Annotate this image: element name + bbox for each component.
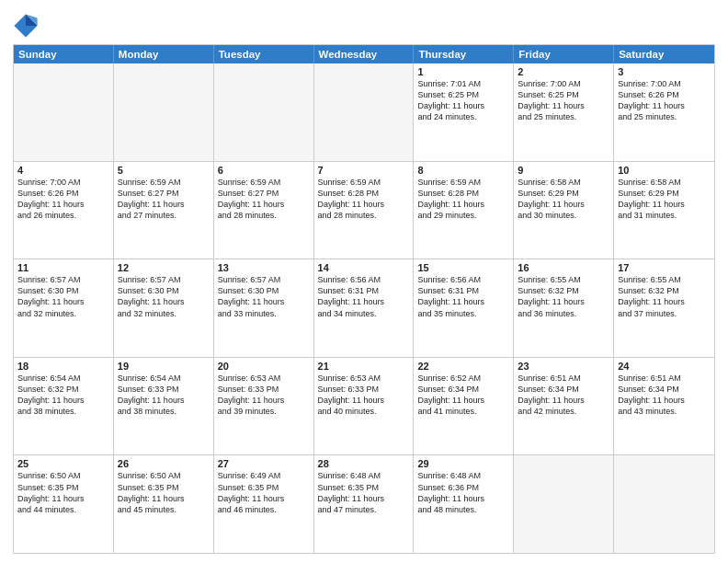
cell-info: Sunrise: 6:48 AM Sunset: 6:35 PM Dayligh… bbox=[318, 470, 410, 515]
cell-info: Sunrise: 6:58 AM Sunset: 6:29 PM Dayligh… bbox=[618, 177, 711, 222]
day-cell-15: 15Sunrise: 6:56 AM Sunset: 6:31 PM Dayli… bbox=[414, 259, 514, 357]
day-cell-8: 8Sunrise: 6:59 AM Sunset: 6:28 PM Daylig… bbox=[414, 162, 514, 259]
day-cell-16: 16Sunrise: 6:55 AM Sunset: 6:32 PM Dayli… bbox=[514, 259, 614, 357]
day-cell-27: 27Sunrise: 6:49 AM Sunset: 6:35 PM Dayli… bbox=[214, 455, 314, 553]
cell-info: Sunrise: 6:57 AM Sunset: 6:30 PM Dayligh… bbox=[17, 274, 109, 319]
cell-info: Sunrise: 6:53 AM Sunset: 6:33 PM Dayligh… bbox=[318, 373, 410, 418]
calendar-row-4: 25Sunrise: 6:50 AM Sunset: 6:35 PM Dayli… bbox=[14, 454, 714, 553]
day-cell-19: 19Sunrise: 6:54 AM Sunset: 6:33 PM Dayli… bbox=[114, 358, 214, 455]
day-number: 24 bbox=[618, 361, 711, 372]
cell-info: Sunrise: 6:49 AM Sunset: 6:35 PM Dayligh… bbox=[218, 470, 310, 515]
day-cell-25: 25Sunrise: 6:50 AM Sunset: 6:35 PM Dayli… bbox=[14, 455, 114, 553]
day-number: 25 bbox=[17, 458, 109, 469]
day-cell-12: 12Sunrise: 6:57 AM Sunset: 6:30 PM Dayli… bbox=[114, 259, 214, 357]
calendar-body: 1Sunrise: 7:01 AM Sunset: 6:25 PM Daylig… bbox=[14, 63, 714, 553]
empty-cell bbox=[14, 63, 114, 161]
cell-info: Sunrise: 6:56 AM Sunset: 6:31 PM Dayligh… bbox=[318, 274, 410, 319]
day-number: 11 bbox=[17, 262, 109, 273]
header-day-sunday: Sunday bbox=[14, 45, 114, 63]
empty-cell bbox=[614, 455, 714, 553]
cell-info: Sunrise: 6:59 AM Sunset: 6:27 PM Dayligh… bbox=[218, 177, 310, 222]
empty-cell bbox=[514, 455, 614, 553]
day-number: 27 bbox=[218, 458, 310, 469]
header-day-monday: Monday bbox=[114, 45, 214, 63]
day-number: 6 bbox=[218, 165, 310, 176]
day-number: 15 bbox=[417, 262, 509, 273]
header bbox=[13, 9, 715, 39]
cell-info: Sunrise: 6:55 AM Sunset: 6:32 PM Dayligh… bbox=[618, 274, 711, 319]
day-cell-9: 9Sunrise: 6:58 AM Sunset: 6:29 PM Daylig… bbox=[514, 162, 614, 259]
cell-info: Sunrise: 7:00 AM Sunset: 6:26 PM Dayligh… bbox=[17, 177, 109, 222]
cell-info: Sunrise: 6:53 AM Sunset: 6:33 PM Dayligh… bbox=[218, 373, 310, 418]
cell-info: Sunrise: 6:58 AM Sunset: 6:29 PM Dayligh… bbox=[518, 177, 609, 222]
empty-cell bbox=[214, 63, 314, 161]
cell-info: Sunrise: 6:59 AM Sunset: 6:27 PM Dayligh… bbox=[118, 177, 210, 222]
day-cell-20: 20Sunrise: 6:53 AM Sunset: 6:33 PM Dayli… bbox=[214, 358, 314, 455]
calendar-row-1: 4Sunrise: 7:00 AM Sunset: 6:26 PM Daylig… bbox=[14, 161, 714, 259]
empty-cell bbox=[114, 63, 214, 161]
day-cell-7: 7Sunrise: 6:59 AM Sunset: 6:28 PM Daylig… bbox=[314, 162, 415, 259]
cell-info: Sunrise: 6:50 AM Sunset: 6:35 PM Dayligh… bbox=[118, 470, 210, 515]
day-cell-10: 10Sunrise: 6:58 AM Sunset: 6:29 PM Dayli… bbox=[614, 162, 714, 259]
header-day-friday: Friday bbox=[514, 45, 614, 63]
cell-info: Sunrise: 7:00 AM Sunset: 6:25 PM Dayligh… bbox=[518, 78, 609, 123]
day-cell-21: 21Sunrise: 6:53 AM Sunset: 6:33 PM Dayli… bbox=[314, 358, 415, 455]
day-number: 1 bbox=[417, 66, 509, 77]
calendar-row-3: 18Sunrise: 6:54 AM Sunset: 6:32 PM Dayli… bbox=[14, 357, 714, 455]
day-number: 29 bbox=[417, 458, 509, 469]
day-number: 13 bbox=[218, 262, 310, 273]
cell-info: Sunrise: 6:48 AM Sunset: 6:36 PM Dayligh… bbox=[417, 470, 509, 515]
day-number: 20 bbox=[218, 361, 310, 372]
cell-info: Sunrise: 6:52 AM Sunset: 6:34 PM Dayligh… bbox=[417, 373, 509, 418]
day-number: 28 bbox=[318, 458, 410, 469]
empty-cell bbox=[314, 63, 415, 161]
day-cell-18: 18Sunrise: 6:54 AM Sunset: 6:32 PM Dayli… bbox=[14, 358, 114, 455]
logo bbox=[13, 13, 40, 39]
day-number: 7 bbox=[318, 165, 410, 176]
day-number: 14 bbox=[318, 262, 410, 273]
day-number: 16 bbox=[518, 262, 609, 273]
header-day-wednesday: Wednesday bbox=[314, 45, 415, 63]
day-cell-26: 26Sunrise: 6:50 AM Sunset: 6:35 PM Dayli… bbox=[114, 455, 214, 553]
day-cell-2: 2Sunrise: 7:00 AM Sunset: 6:25 PM Daylig… bbox=[514, 63, 614, 161]
day-number: 18 bbox=[17, 361, 109, 372]
day-cell-1: 1Sunrise: 7:01 AM Sunset: 6:25 PM Daylig… bbox=[414, 63, 514, 161]
day-number: 26 bbox=[118, 458, 210, 469]
cell-info: Sunrise: 7:00 AM Sunset: 6:26 PM Dayligh… bbox=[618, 78, 711, 123]
cell-info: Sunrise: 6:59 AM Sunset: 6:28 PM Dayligh… bbox=[417, 177, 509, 222]
day-number: 12 bbox=[118, 262, 210, 273]
day-number: 9 bbox=[518, 165, 609, 176]
calendar-row-2: 11Sunrise: 6:57 AM Sunset: 6:30 PM Dayli… bbox=[14, 259, 714, 357]
day-number: 23 bbox=[518, 361, 609, 372]
cell-info: Sunrise: 6:57 AM Sunset: 6:30 PM Dayligh… bbox=[218, 274, 310, 319]
header-day-saturday: Saturday bbox=[614, 45, 714, 63]
header-day-thursday: Thursday bbox=[414, 45, 514, 63]
day-number: 2 bbox=[518, 66, 609, 77]
day-cell-22: 22Sunrise: 6:52 AM Sunset: 6:34 PM Dayli… bbox=[414, 358, 514, 455]
day-cell-4: 4Sunrise: 7:00 AM Sunset: 6:26 PM Daylig… bbox=[14, 162, 114, 259]
calendar-header: SundayMondayTuesdayWednesdayThursdayFrid… bbox=[14, 45, 714, 63]
cell-info: Sunrise: 6:50 AM Sunset: 6:35 PM Dayligh… bbox=[17, 470, 109, 515]
calendar: SundayMondayTuesdayWednesdayThursdayFrid… bbox=[13, 44, 715, 554]
cell-info: Sunrise: 6:56 AM Sunset: 6:31 PM Dayligh… bbox=[417, 274, 509, 319]
day-number: 19 bbox=[118, 361, 210, 372]
day-number: 8 bbox=[417, 165, 509, 176]
cell-info: Sunrise: 7:01 AM Sunset: 6:25 PM Dayligh… bbox=[417, 78, 509, 123]
cell-info: Sunrise: 6:54 AM Sunset: 6:32 PM Dayligh… bbox=[17, 373, 109, 418]
day-cell-5: 5Sunrise: 6:59 AM Sunset: 6:27 PM Daylig… bbox=[114, 162, 214, 259]
day-number: 21 bbox=[318, 361, 410, 372]
day-cell-29: 29Sunrise: 6:48 AM Sunset: 6:36 PM Dayli… bbox=[414, 455, 514, 553]
header-day-tuesday: Tuesday bbox=[214, 45, 314, 63]
day-number: 17 bbox=[618, 262, 711, 273]
day-number: 10 bbox=[618, 165, 711, 176]
page: SundayMondayTuesdayWednesdayThursdayFrid… bbox=[0, 0, 728, 563]
calendar-row-0: 1Sunrise: 7:01 AM Sunset: 6:25 PM Daylig… bbox=[14, 63, 714, 161]
day-number: 4 bbox=[17, 165, 109, 176]
day-cell-11: 11Sunrise: 6:57 AM Sunset: 6:30 PM Dayli… bbox=[14, 259, 114, 357]
day-cell-23: 23Sunrise: 6:51 AM Sunset: 6:34 PM Dayli… bbox=[514, 358, 614, 455]
day-cell-6: 6Sunrise: 6:59 AM Sunset: 6:27 PM Daylig… bbox=[214, 162, 314, 259]
day-number: 5 bbox=[118, 165, 210, 176]
day-number: 22 bbox=[417, 361, 509, 372]
cell-info: Sunrise: 6:55 AM Sunset: 6:32 PM Dayligh… bbox=[518, 274, 609, 319]
day-cell-13: 13Sunrise: 6:57 AM Sunset: 6:30 PM Dayli… bbox=[214, 259, 314, 357]
